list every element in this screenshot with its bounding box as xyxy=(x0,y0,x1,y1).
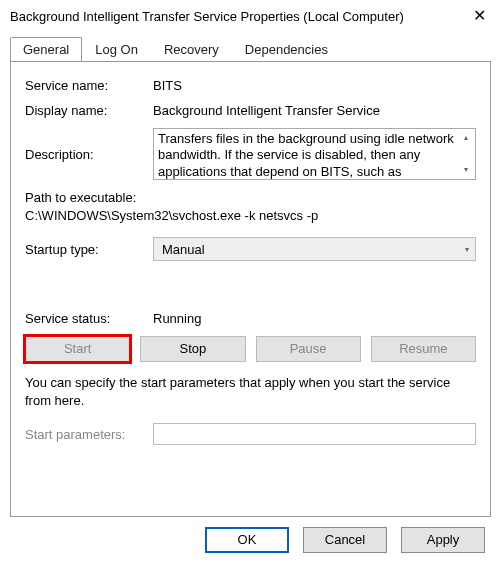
startup-type-select[interactable]: Manual ▾ xyxy=(153,237,476,261)
label-service-name: Service name: xyxy=(25,78,153,93)
label-path: Path to executable: xyxy=(25,190,476,205)
cancel-button[interactable]: Cancel xyxy=(303,527,387,553)
label-description: Description: xyxy=(25,147,153,162)
resume-button[interactable]: Resume xyxy=(371,336,476,362)
tab-general[interactable]: General xyxy=(10,37,82,62)
close-icon[interactable]: ✕ xyxy=(467,8,491,24)
value-startup-type: Manual xyxy=(162,242,205,257)
start-parameters-input[interactable] xyxy=(153,423,476,445)
value-service-name: BITS xyxy=(153,78,476,93)
dialog-footer: OK Cancel Apply xyxy=(0,517,501,563)
label-display-name: Display name: xyxy=(25,103,153,118)
apply-button[interactable]: Apply xyxy=(401,527,485,553)
chevron-down-icon: ▾ xyxy=(465,245,469,254)
label-service-status: Service status: xyxy=(25,311,153,326)
tab-strip: General Log On Recovery Dependencies xyxy=(10,36,491,61)
label-startup-type: Startup type: xyxy=(25,242,153,257)
pause-button[interactable]: Pause xyxy=(256,336,361,362)
value-display-name: Background Intelligent Transfer Service xyxy=(153,103,476,118)
window-title: Background Intelligent Transfer Service … xyxy=(10,9,467,24)
scroll-down-icon[interactable]: ▾ xyxy=(459,163,473,177)
start-parameters-hint: You can specify the start parameters tha… xyxy=(25,374,476,409)
tab-dependencies[interactable]: Dependencies xyxy=(232,37,341,62)
stop-button[interactable]: Stop xyxy=(140,336,245,362)
start-button[interactable]: Start xyxy=(25,336,130,362)
description-box[interactable]: Transfers files in the background using … xyxy=(153,128,476,180)
tab-logon[interactable]: Log On xyxy=(82,37,151,62)
titlebar: Background Intelligent Transfer Service … xyxy=(0,0,501,30)
value-service-status: Running xyxy=(153,311,476,326)
tab-panel-general: Service name: BITS Display name: Backgro… xyxy=(10,61,491,517)
label-start-parameters: Start parameters: xyxy=(25,427,153,442)
ok-button[interactable]: OK xyxy=(205,527,289,553)
value-path: C:\WINDOWS\System32\svchost.exe -k netsv… xyxy=(25,208,476,223)
value-description: Transfers files in the background using … xyxy=(158,131,454,180)
scroll-up-icon[interactable]: ▴ xyxy=(459,131,473,145)
tab-recovery[interactable]: Recovery xyxy=(151,37,232,62)
